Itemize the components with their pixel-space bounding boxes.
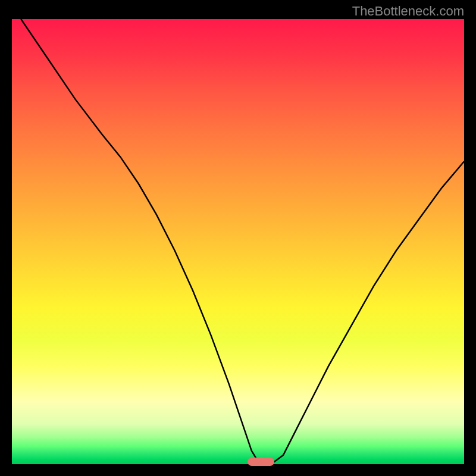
- watermark-text: TheBottleneck.com: [352, 4, 464, 19]
- optimal-marker: [248, 458, 274, 466]
- chart-container: [12, 19, 464, 464]
- bottleneck-curve: [12, 19, 464, 464]
